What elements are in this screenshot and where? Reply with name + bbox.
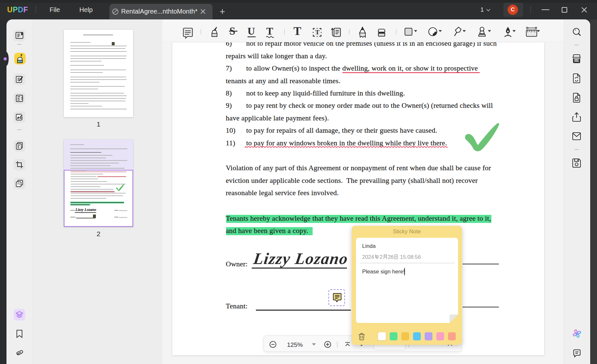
svg-text:T: T [293,25,301,38]
svg-text:Lizzy Lozano: Lizzy Lozano [252,249,349,268]
svg-text:Lizzy Lozano: Lizzy Lozano [75,208,96,212]
svg-text:T: T [266,25,273,37]
svg-text:U: U [247,25,255,37]
svg-text:OCR: OCR [574,60,579,62]
svg-text:T: T [316,29,320,36]
